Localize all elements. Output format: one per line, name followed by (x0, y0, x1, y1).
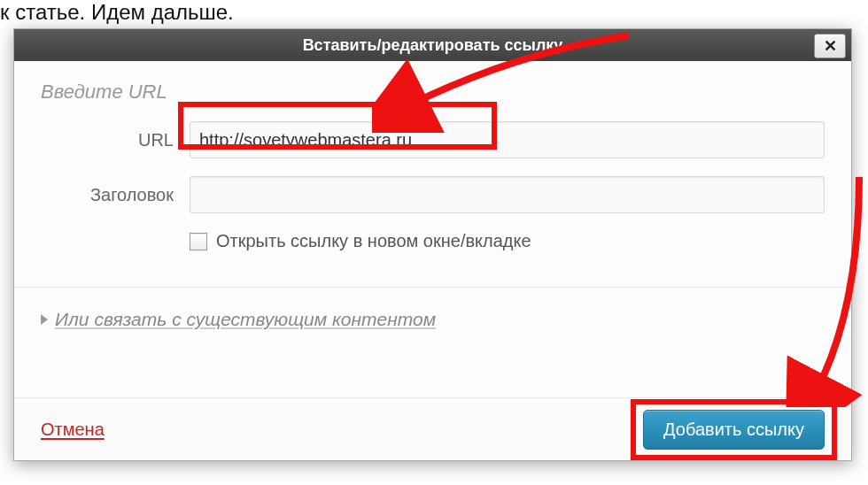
submit-wrap: Добавить ссылку (643, 410, 825, 450)
url-label: URL (41, 130, 190, 150)
section-heading: Введите URL (41, 81, 825, 104)
dialog-title: Вставить/редактировать ссылку (303, 36, 563, 55)
dialog-footer: Отмена Добавить ссылку (14, 397, 851, 460)
close-button[interactable]: ✕ (814, 34, 846, 58)
url-input[interactable] (190, 121, 825, 158)
dialog-titlebar: Вставить/редактировать ссылку ✕ (14, 29, 851, 61)
new-tab-row[interactable]: Открыть ссылку в новом окне/вкладке (190, 231, 825, 251)
url-row: URL (41, 121, 825, 158)
link-existing-label: Или связать с существующим контентом (55, 309, 436, 330)
dialog-body: Введите URL URL Заголовок Открыть ссылку… (14, 61, 851, 251)
new-tab-label: Открыть ссылку в новом окне/вкладке (216, 231, 531, 251)
add-link-button[interactable]: Добавить ссылку (643, 410, 825, 450)
link-existing-toggle[interactable]: Или связать с существующим контентом (14, 288, 851, 330)
insert-link-dialog: Вставить/редактировать ссылку ✕ Введите … (13, 28, 852, 461)
close-icon: ✕ (824, 36, 837, 56)
cancel-link[interactable]: Отмена (41, 420, 105, 440)
title-label: Заголовок (41, 185, 190, 205)
new-tab-checkbox[interactable] (190, 233, 207, 250)
title-input[interactable] (190, 176, 825, 213)
chevron-right-icon (41, 314, 48, 325)
background-text: к статье. Идем дальше. (0, 0, 234, 26)
title-row: Заголовок (41, 176, 825, 213)
